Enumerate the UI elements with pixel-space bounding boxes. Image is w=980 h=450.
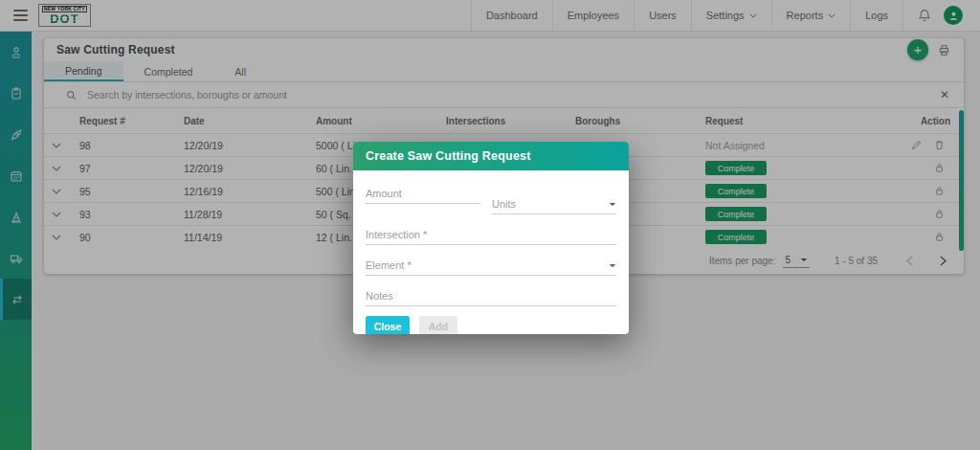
chevron-down-icon (609, 202, 616, 207)
add-button[interactable]: Add (419, 316, 457, 334)
modal-title: Create Saw Cutting Request (353, 142, 629, 170)
chevron-down-icon (609, 263, 616, 268)
create-saw-cutting-request-modal: Create Saw Cutting Request Units Element… (353, 142, 629, 334)
close-button[interactable]: Close (366, 316, 410, 334)
units-select[interactable]: Units (492, 198, 616, 214)
amount-field[interactable] (366, 188, 480, 203)
element-select[interactable]: Element * (366, 259, 616, 275)
notes-field[interactable] (366, 290, 616, 305)
intersection-field[interactable] (366, 229, 616, 244)
